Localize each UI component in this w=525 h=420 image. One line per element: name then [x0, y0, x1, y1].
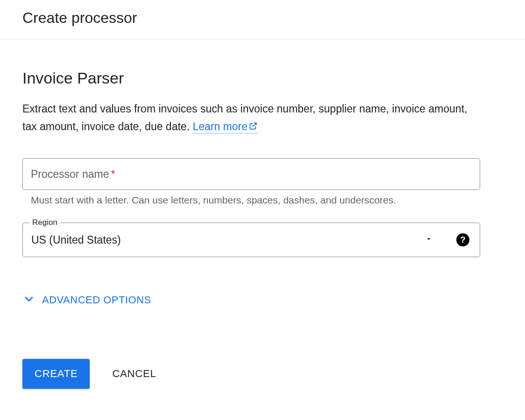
- section-description: Extract text and values from invoices su…: [22, 100, 480, 136]
- external-link-icon: [248, 119, 258, 136]
- processor-name-field: Processor name*: [22, 158, 480, 190]
- region-value: US (United States): [31, 233, 121, 246]
- region-select[interactable]: Region US (United States) ?: [22, 223, 480, 257]
- page-title: Create processor: [22, 9, 503, 27]
- page-header: Create processor: [0, 0, 525, 39]
- dropdown-arrow-icon: [425, 235, 433, 245]
- processor-name-input[interactable]: [22, 158, 480, 190]
- section-title: Invoice Parser: [22, 69, 480, 87]
- chevron-down-icon: [22, 293, 35, 308]
- processor-name-helper: Must start with a letter. Can use letter…: [31, 195, 480, 206]
- learn-more-label: Learn more: [192, 120, 248, 133]
- processor-name-field-wrap: Processor name* Must start with a letter…: [22, 158, 480, 206]
- learn-more-link[interactable]: Learn more: [192, 120, 258, 133]
- main-content: Invoice Parser Extract text and values f…: [0, 39, 503, 407]
- advanced-options-toggle[interactable]: ADVANCED OPTIONS: [22, 293, 480, 308]
- create-button[interactable]: CREATE: [22, 359, 90, 389]
- action-buttons: CREATE CANCEL: [22, 359, 480, 389]
- region-label: Region: [29, 218, 60, 227]
- cancel-button[interactable]: CANCEL: [112, 368, 156, 380]
- help-icon[interactable]: ?: [456, 233, 469, 246]
- advanced-options-label: ADVANCED OPTIONS: [42, 294, 151, 306]
